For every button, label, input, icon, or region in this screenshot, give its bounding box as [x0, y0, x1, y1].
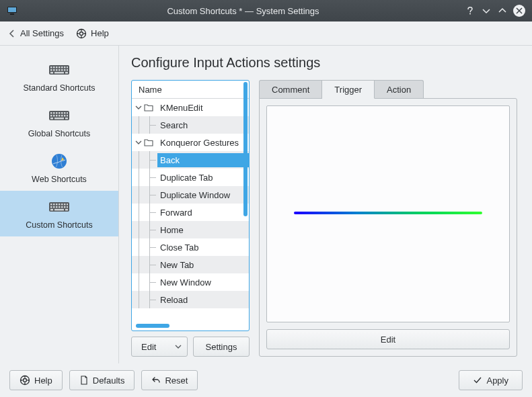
- tree-row[interactable]: Close Tab: [132, 238, 249, 256]
- toolbar: All Settings Help: [0, 21, 532, 46]
- svg-rect-36: [61, 115, 63, 117]
- sidebar-item-custom-shortcuts[interactable]: Custom Shortcuts: [0, 191, 118, 236]
- tree-item-label: New Window: [157, 275, 249, 290]
- svg-rect-22: [54, 72, 64, 74]
- svg-rect-33: [53, 115, 55, 117]
- svg-rect-8: [53, 67, 55, 69]
- svg-rect-39: [50, 118, 53, 120]
- main: Configure Input Actions settings Name KM…: [119, 46, 532, 363]
- horizontal-scrollbar[interactable]: [136, 324, 169, 328]
- svg-rect-21: [50, 72, 53, 74]
- svg-rect-41: [65, 118, 68, 120]
- tree-row[interactable]: Search: [132, 116, 249, 134]
- chevron-left-icon: [8, 30, 16, 38]
- svg-point-42: [52, 154, 67, 169]
- svg-rect-12: [64, 67, 66, 69]
- keyboard-icon: [48, 196, 70, 218]
- defaults-label: Defaults: [93, 376, 125, 386]
- page-title: Configure Input Actions settings: [131, 55, 517, 71]
- help-titlebar-icon[interactable]: [465, 5, 476, 16]
- tab-label: Action: [387, 85, 411, 95]
- tree-item-label: Close Tab: [157, 240, 249, 255]
- tab-action[interactable]: Action: [375, 80, 424, 99]
- svg-rect-1: [8, 7, 16, 12]
- settings-button[interactable]: Settings: [193, 337, 250, 357]
- svg-rect-53: [56, 206, 58, 208]
- svg-rect-35: [59, 115, 61, 117]
- svg-rect-18: [61, 69, 63, 71]
- tree-row[interactable]: Back: [132, 151, 249, 169]
- reset-button[interactable]: Reset: [141, 370, 198, 390]
- svg-rect-34: [56, 115, 58, 117]
- svg-rect-7: [50, 67, 52, 69]
- tab-comment[interactable]: Comment: [259, 80, 322, 99]
- tree-item-label: New Tab: [157, 258, 249, 272]
- minimize-icon[interactable]: [481, 5, 492, 16]
- svg-rect-48: [61, 204, 63, 206]
- svg-rect-58: [50, 209, 53, 211]
- keyboard-icon: [48, 105, 70, 126]
- svg-rect-57: [67, 206, 68, 208]
- globe-icon: [48, 150, 70, 172]
- tree-row[interactable]: Forward: [132, 204, 249, 221]
- tree-item-label: KMenuEdit: [157, 101, 249, 115]
- svg-rect-29: [61, 112, 63, 114]
- edit-gesture-label: Edit: [381, 335, 395, 345]
- svg-rect-52: [53, 206, 55, 208]
- tree-row[interactable]: Duplicate Window: [132, 186, 249, 204]
- svg-point-3: [469, 13, 471, 15]
- svg-rect-46: [56, 204, 58, 206]
- tree-row[interactable]: Home: [132, 221, 249, 238]
- actions-tree[interactable]: Name KMenuEditSearchKonqueror GesturesBa…: [131, 80, 250, 331]
- sidebar-item-label: Standard Shortcuts: [23, 83, 95, 93]
- tree-row[interactable]: New Tab: [132, 256, 249, 273]
- tree-row[interactable]: New Window: [132, 273, 249, 291]
- sidebar-item-label: Global Shortcuts: [28, 129, 90, 138]
- edit-gesture-button[interactable]: Edit: [266, 329, 510, 349]
- edit-button-label: Edit: [141, 342, 156, 352]
- help-footer-button[interactable]: Help: [9, 370, 63, 390]
- chevron-down-icon[interactable]: [135, 104, 143, 111]
- edit-dropdown-button[interactable]: Edit: [131, 337, 188, 357]
- svg-rect-20: [67, 69, 68, 71]
- tree-row[interactable]: Duplicate Tab: [132, 169, 249, 186]
- tree-header-name[interactable]: Name: [132, 81, 249, 99]
- settings-button-label: Settings: [206, 342, 237, 352]
- svg-rect-50: [67, 204, 68, 206]
- svg-rect-38: [67, 115, 68, 117]
- svg-rect-49: [64, 204, 66, 206]
- gesture-canvas[interactable]: [266, 105, 510, 322]
- svg-rect-9: [56, 67, 58, 69]
- content: Standard Shortcuts Global Shortcuts Web …: [0, 46, 532, 363]
- svg-rect-25: [50, 112, 52, 114]
- check-icon: [473, 376, 482, 385]
- tree-item-label: Konqueror Gestures: [157, 136, 249, 150]
- svg-rect-13: [67, 67, 68, 69]
- tree-row[interactable]: KMenuEdit: [132, 99, 249, 116]
- tree-row[interactable]: Reload: [132, 291, 249, 308]
- close-icon[interactable]: [513, 5, 525, 17]
- all-settings-button[interactable]: All Settings: [8, 28, 64, 38]
- tree-item-label: Duplicate Tab: [157, 171, 249, 185]
- defaults-button[interactable]: Defaults: [69, 370, 135, 390]
- chevron-down-icon[interactable]: [135, 139, 143, 146]
- trigger-panel: Edit: [259, 98, 517, 357]
- chevron-down-icon: [175, 343, 182, 350]
- sidebar-item-label: Web Shortcuts: [32, 175, 87, 184]
- apply-button[interactable]: Apply: [459, 370, 523, 390]
- sidebar-item-web-shortcuts[interactable]: Web Shortcuts: [0, 145, 118, 191]
- vertical-scrollbar[interactable]: [243, 82, 248, 216]
- help-ring-icon: [20, 375, 30, 386]
- svg-rect-26: [53, 112, 55, 114]
- app-icon: [3, 1, 22, 20]
- sidebar-item-standard-shortcuts[interactable]: Standard Shortcuts: [0, 54, 118, 99]
- maximize-icon[interactable]: [497, 5, 508, 16]
- tree-row[interactable]: Konqueror Gestures: [132, 134, 249, 151]
- svg-rect-31: [67, 112, 68, 114]
- tab-trigger[interactable]: Trigger: [322, 80, 375, 99]
- sidebar-item-global-shortcuts[interactable]: Global Shortcuts: [0, 99, 118, 145]
- tree-item-label: Search: [157, 118, 249, 132]
- help-button[interactable]: Help: [76, 28, 109, 39]
- svg-rect-47: [59, 204, 61, 206]
- svg-rect-23: [65, 72, 68, 74]
